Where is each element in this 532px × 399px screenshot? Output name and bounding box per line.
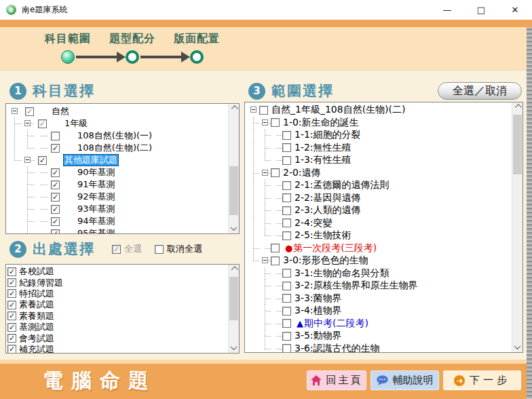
expand-toggle[interactable] (259, 254, 271, 267)
tree-item[interactable]: 2-4:突變 (248, 217, 512, 230)
checkbox[interactable]: ✓ (7, 311, 16, 320)
list-item-label[interactable]: 紀錄簿習題 (19, 277, 63, 289)
tree-item[interactable]: ✓其他題庫試題 (9, 154, 229, 166)
list-item-label[interactable]: 素養試題 (19, 299, 54, 311)
list-item[interactable]: ✓會考試題 (7, 332, 229, 343)
list-item-label[interactable]: 素養類題 (19, 310, 54, 322)
tree-item-label[interactable]: 3-3:菌物界 (293, 292, 343, 305)
checkbox[interactable]: ✓ (38, 156, 47, 165)
tree-item-label[interactable]: 91年基測 (76, 178, 117, 191)
checkbox[interactable]: ✓ (51, 168, 60, 177)
checkbox[interactable] (282, 282, 291, 290)
expand-toggle[interactable] (259, 167, 271, 180)
scroll-down-icon[interactable] (512, 341, 522, 352)
list-item[interactable]: ✓紀錄簿習題 (7, 277, 229, 288)
deselect-all-label[interactable]: 取消全選 (167, 243, 202, 255)
tree-item-label[interactable]: 3-4:植物界 (293, 305, 343, 317)
tree-item[interactable]: 3-0:形形色色的生物 (248, 254, 512, 267)
step-circle-1-active[interactable] (61, 50, 75, 64)
range-scrollbar[interactable] (512, 102, 522, 352)
tree-item[interactable]: 1-3:有性生殖 (248, 154, 512, 167)
step-circle-3[interactable] (190, 50, 204, 64)
checkbox[interactable] (282, 269, 291, 278)
tree-item-label[interactable]: 108自然(生物)(一) (76, 130, 153, 142)
checkbox[interactable]: ✓ (7, 323, 16, 332)
checkbox[interactable] (271, 168, 280, 177)
scrollbar-thumb[interactable] (513, 115, 522, 174)
tree-item[interactable]: 2-1:孟德爾的遺傳法則 (248, 179, 512, 192)
deselect-all-checkbox[interactable] (155, 245, 164, 254)
tree-item-label[interactable]: 93年基測 (76, 203, 117, 215)
checkbox[interactable]: ✓ (7, 334, 16, 343)
tree-item-label[interactable]: 92年基測 (76, 191, 117, 203)
tree-item[interactable]: 1-0:新生命的誕生 (248, 117, 512, 130)
tree-item[interactable]: 1-2:無性生殖 (248, 142, 512, 155)
tree-item-label[interactable]: 1-3:有性生殖 (293, 154, 353, 166)
tree-item[interactable]: 2-5:生物技術 (248, 229, 512, 242)
checkbox[interactable] (271, 256, 280, 265)
scrollbar-thumb[interactable] (229, 166, 238, 215)
expand-toggle[interactable] (22, 117, 35, 130)
tree-item[interactable]: 3-4:植物界 (248, 305, 512, 318)
checkbox[interactable]: ✓ (7, 289, 16, 298)
list-item[interactable]: ✓基測試題 (7, 322, 229, 332)
checkbox[interactable] (282, 206, 291, 215)
tree-item-label[interactable]: 3-1:生物的命名與分類 (293, 267, 391, 280)
checkbox[interactable]: ✓ (7, 278, 16, 287)
list-item[interactable]: ✓素養類題 (7, 311, 229, 322)
checkbox[interactable] (282, 143, 291, 152)
select-all-checkbox[interactable]: ✓ (112, 245, 121, 254)
tree-item[interactable]: 1-1:細胞的分裂 (248, 129, 512, 142)
maximize-button[interactable]: □ (464, 0, 498, 20)
subject-scrollbar[interactable] (228, 104, 239, 233)
checkbox[interactable] (282, 319, 291, 328)
tree-item[interactable]: ✓95年基測 (9, 227, 229, 233)
help-button[interactable]: 輔助說明 (370, 370, 439, 390)
checkbox[interactable] (282, 218, 291, 227)
tree-item[interactable]: ✓91年基測 (9, 178, 229, 191)
home-button[interactable]: 回主頁 (307, 370, 366, 390)
tree-item-label[interactable]: 3-5:動物界 (293, 330, 343, 342)
checkbox[interactable] (282, 181, 291, 190)
tree-item[interactable]: 108自然(生物)(一) (9, 130, 229, 142)
source-scrollbar[interactable] (228, 265, 239, 353)
tree-item-label[interactable]: 1-1:細胞的分裂 (293, 129, 362, 141)
tree-item[interactable]: ▲期中考(二段考) (248, 318, 512, 330)
expand-toggle[interactable] (259, 117, 271, 130)
checkbox[interactable]: ✓ (51, 144, 60, 153)
list-item-label[interactable]: 特招試題 (19, 288, 54, 300)
next-step-button[interactable]: 下一步 (443, 370, 521, 390)
tree-item-label[interactable]: 2-2:基因與遺傳 (293, 192, 362, 204)
tree-item-label[interactable]: 2-0:遺傳 (282, 167, 322, 179)
checkbox[interactable] (282, 156, 291, 165)
tree-item-label[interactable]: 1-2:無性生殖 (293, 142, 353, 154)
checkbox[interactable] (282, 344, 291, 352)
scroll-up-icon[interactable] (512, 102, 522, 113)
list-item[interactable]: ✓補充試題 (7, 344, 229, 353)
scroll-up-icon[interactable] (229, 104, 239, 115)
checkbox[interactable] (282, 231, 291, 240)
tree-item[interactable]: ✓93年基測 (9, 203, 229, 215)
tree-item-label[interactable]: 3-0:形形色色的生物 (282, 254, 370, 267)
checkbox[interactable] (259, 106, 268, 115)
tree-item-label[interactable]: 2-1:孟德爾的遺傳法則 (293, 179, 391, 191)
tree-item-label[interactable]: 自然_1年級_108自然(生物)(二) (270, 104, 406, 116)
checkbox[interactable] (282, 307, 291, 316)
scrollbar-thumb[interactable] (229, 277, 238, 320)
list-item-label[interactable]: 各校試題 (19, 265, 54, 278)
tree-item[interactable]: 2-2:基因與遺傳 (248, 192, 512, 205)
scroll-down-icon[interactable] (229, 223, 239, 233)
tree-item[interactable]: 3-2:原核生物界和原生生物界 (248, 280, 512, 292)
list-item[interactable]: ✓特招試題 (7, 288, 229, 299)
tree-item[interactable]: 3-1:生物的命名與分類 (248, 267, 512, 280)
select-all-label[interactable]: 全選 (124, 243, 142, 255)
checkbox[interactable]: ✓ (51, 205, 60, 214)
tree-item[interactable]: 自然_1年級_108自然(生物)(二) (248, 104, 512, 117)
checkbox[interactable] (282, 332, 291, 341)
tree-item[interactable]: ✓108自然(生物)(二) (9, 142, 229, 154)
tree-item-label[interactable]: 90年基測 (76, 166, 117, 178)
step-circle-2[interactable] (126, 50, 139, 64)
tree-item[interactable]: ✓94年基測 (9, 215, 229, 227)
list-item-label[interactable]: 會考試題 (19, 332, 54, 345)
tree-item[interactable]: ✓92年基測 (9, 191, 229, 203)
